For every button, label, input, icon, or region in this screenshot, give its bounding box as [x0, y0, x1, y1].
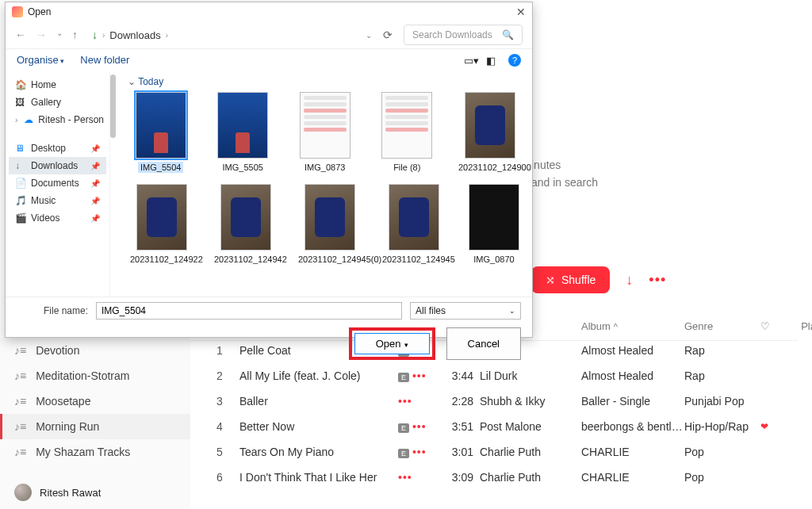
chevron-right-icon[interactable]: › — [15, 116, 19, 124]
path-dropdown-icon[interactable]: ⌄ — [366, 31, 372, 40]
file-item[interactable]: IMG_5505 — [210, 92, 277, 173]
song-time: 3:44 — [436, 369, 480, 382]
nav-buttons: ← → ⌄ ↑ — [15, 29, 78, 41]
favorite-icon[interactable]: ❤ — [760, 421, 783, 432]
file-item[interactable]: IMG_0870 — [464, 184, 524, 265]
thumbnail — [381, 92, 432, 159]
song-album: Almost Healed — [581, 369, 684, 382]
col-album[interactable]: Album^ — [581, 320, 684, 332]
home-icon: 🏠 — [15, 79, 26, 90]
onedrive-icon: ☁ — [24, 114, 33, 125]
open-button[interactable]: Open▾ — [354, 333, 430, 354]
table-row[interactable]: 4 Better Now E ••• 3:51 Post Malone beer… — [190, 414, 798, 439]
song-more-icon[interactable]: ••• — [412, 446, 427, 458]
playlist-item[interactable]: ♪≡Meditation-Stotram — [0, 363, 190, 388]
col-favorite[interactable]: ♡ — [760, 320, 783, 332]
split-button-chevron-icon[interactable]: ▾ — [404, 341, 408, 349]
song-genre: Punjabi Pop — [684, 395, 760, 408]
breadcrumb[interactable]: ↓ › Downloads › — [92, 29, 361, 41]
song-more-icon[interactable]: ••• — [412, 420, 427, 433]
file-item[interactable]: 20231102_124900 — [456, 92, 524, 173]
sidebar-desktop[interactable]: 🖥Desktop📌 — [9, 140, 106, 157]
song-plays: 22 — [783, 446, 812, 458]
song-index: 4 — [200, 420, 239, 433]
song-artist: Charlie Puth — [480, 446, 581, 458]
sidebar-videos[interactable]: 🎬Videos📌 — [9, 209, 106, 227]
download-icon[interactable]: ↓ — [626, 272, 633, 289]
cancel-button[interactable]: Cancel — [446, 327, 521, 360]
playlist-item[interactable]: ♪≡Moosetape — [0, 388, 190, 414]
song-genre: Pop — [684, 471, 760, 484]
search-input[interactable]: Search Downloads 🔍 — [404, 25, 523, 45]
song-artist: Post Malone — [480, 420, 581, 433]
table-row[interactable]: 5 Tears On My Piano E ••• 3:01 Charlie P… — [190, 439, 798, 465]
path-separator-icon: › — [166, 31, 168, 40]
file-item[interactable]: 20231102_124942 — [212, 184, 280, 265]
search-glyph-icon: 🔍 — [502, 29, 514, 40]
file-item[interactable]: IMG_0873 — [292, 92, 358, 173]
song-album: beerbongs & bentl… — [581, 420, 684, 433]
song-more-icon[interactable]: ••• — [398, 471, 412, 484]
song-time: 3:01 — [436, 446, 480, 458]
thumbnail — [300, 92, 350, 159]
dialog-nav: ← → ⌄ ↑ ↓ › Downloads › ⌄ ⟳ Search Downl… — [6, 21, 532, 49]
more-icon[interactable]: ••• — [649, 272, 666, 289]
path-folder[interactable]: Downloads — [109, 29, 160, 41]
sidebar-home[interactable]: 🏠Home — [9, 76, 106, 94]
file-item[interactable]: IMG_5504 — [128, 92, 194, 173]
thumbnail — [220, 184, 271, 251]
sidebar-gallery[interactable]: 🖼Gallery — [9, 94, 106, 111]
filetype-dropdown[interactable]: All files⌄ — [410, 302, 521, 320]
new-folder-button[interactable]: New folder — [80, 54, 129, 67]
file-name: IMG_5504 — [138, 162, 183, 173]
file-name: IMG_5505 — [220, 162, 266, 173]
table-row[interactable]: 6 I Don't Think That I Like Her ••• 3:09… — [190, 465, 798, 490]
help-icon[interactable]: ? — [508, 54, 521, 67]
forward-icon[interactable]: → — [36, 29, 47, 41]
recent-dropdown-icon[interactable]: ⌄ — [56, 29, 63, 41]
up-icon[interactable]: ↑ — [72, 29, 78, 41]
file-name: 20231102_124945(0) — [296, 254, 384, 265]
playlist-item[interactable]: ♪≡Morning Run — [0, 414, 190, 439]
view-mode-icon[interactable]: ▭▾ — [464, 55, 477, 66]
refresh-icon[interactable]: ⟳ — [383, 29, 393, 41]
song-meta: ••• — [398, 395, 436, 408]
info-line-duration: inutes — [531, 159, 598, 171]
sidebar-documents[interactable]: 📄Documents📌 — [9, 174, 106, 192]
file-item[interactable]: 20231102_124945 — [380, 184, 448, 265]
group-today[interactable]: Today — [128, 76, 524, 87]
song-genre: Pop — [684, 446, 760, 458]
filename-input[interactable] — [96, 302, 402, 320]
gallery-icon: 🖼 — [15, 97, 26, 108]
sidebar-personal[interactable]: ›☁Ritesh - Person — [9, 111, 106, 128]
user-row[interactable]: Ritesh Rawat — [0, 476, 190, 509]
song-more-icon[interactable]: ••• — [412, 369, 427, 382]
thumbnail — [217, 92, 268, 159]
file-item[interactable]: File (8) — [374, 92, 441, 173]
back-icon[interactable]: ← — [15, 29, 26, 41]
search-placeholder: Search Downloads — [412, 29, 492, 40]
file-item[interactable]: 20231102_124945(0) — [296, 184, 364, 265]
playlist-label: Morning Run — [36, 420, 99, 433]
avatar — [14, 484, 32, 501]
file-name: 20231102_124942 — [212, 254, 289, 265]
table-row[interactable]: 2 All My Life (feat. J. Cole) E ••• 3:44… — [190, 363, 798, 388]
pin-icon: 📌 — [90, 179, 100, 188]
song-more-icon[interactable]: ••• — [398, 395, 412, 408]
song-index: 3 — [200, 395, 239, 408]
file-item[interactable]: 20231102_124922 — [128, 184, 196, 265]
documents-icon: 📄 — [15, 178, 26, 189]
sidebar-music[interactable]: 🎵Music📌 — [9, 192, 106, 209]
organise-menu[interactable]: Organise — [17, 54, 64, 67]
song-album: CHARLIE — [581, 471, 684, 484]
col-plays[interactable]: Plays — [783, 320, 812, 332]
table-row[interactable]: 3 Baller ••• 2:28 Shubh & Ikky Baller - … — [190, 388, 798, 414]
playlist-item[interactable]: ♪≡My Shazam Tracks — [0, 439, 190, 465]
sidebar-downloads[interactable]: ↓Downloads📌 — [9, 157, 106, 174]
shuffle-button[interactable]: ⤭ Shuffle — [531, 266, 610, 293]
playlist-label: Moosetape — [36, 395, 90, 408]
dialog-close-icon[interactable]: ✕ — [516, 6, 526, 18]
scrollbar-thumb[interactable] — [110, 75, 116, 138]
col-genre[interactable]: Genre — [684, 320, 760, 332]
preview-pane-icon[interactable]: ◧ — [486, 55, 499, 66]
